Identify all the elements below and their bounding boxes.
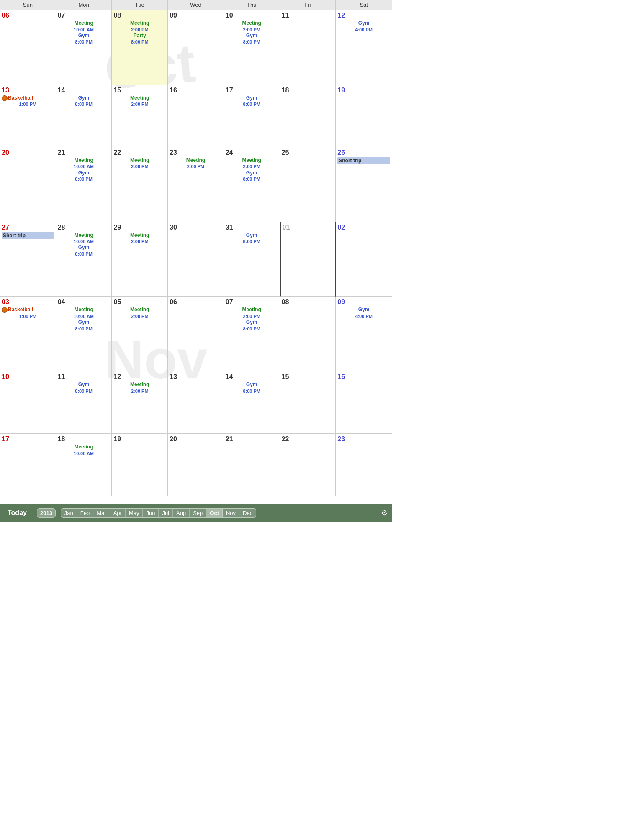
calendar-cell-oct11[interactable]: 11 [280, 10, 336, 85]
calendar-cell-nov12[interactable]: 12 Meeting 2:00 PM [112, 371, 168, 434]
calendar-cell-oct8[interactable]: 08 Meeting 2:00 PM Party 8:00 PM [112, 10, 168, 85]
event-gym[interactable]: Gym [337, 20, 390, 27]
event-gym[interactable]: Gym [226, 319, 278, 326]
event-meeting[interactable]: Meeting [58, 444, 110, 451]
event-gym[interactable]: Gym [58, 319, 110, 326]
gear-button[interactable]: ⚙ [381, 508, 388, 517]
calendar-cell-oct15[interactable]: 15 Meeting 2:00 PM [112, 85, 168, 147]
month-mar[interactable]: Mar [93, 509, 110, 517]
event-meeting[interactable]: Meeting [226, 157, 278, 164]
event-basketball[interactable]: Basketball [2, 307, 54, 313]
event-meeting[interactable]: Meeting [170, 157, 222, 164]
calendar-cell-oct16[interactable]: 16 [168, 85, 224, 147]
calendar-cell-oct25[interactable]: 25 [280, 147, 336, 222]
calendar-cell-nov16[interactable]: 16 [336, 371, 392, 434]
calendar-cell-oct21[interactable]: 21 Meeting 10:00 AM Gym 8:00 PM [56, 147, 112, 222]
event-basketball[interactable]: Basketball [2, 95, 54, 102]
calendar-cell-oct22[interactable]: 22 Meeting 2:00 PM [112, 147, 168, 222]
event-gym[interactable]: Gym [226, 33, 278, 39]
calendar-cell-oct31[interactable]: 31 Gym 8:00 PM [224, 222, 280, 297]
today-button[interactable]: Today [4, 507, 30, 518]
month-jan[interactable]: Jan [61, 509, 77, 517]
event-gym[interactable]: Gym [58, 170, 110, 177]
event-meeting[interactable]: Meeting [113, 232, 166, 239]
month-nov[interactable]: Nov [223, 509, 239, 517]
month-aug[interactable]: Aug [173, 509, 190, 517]
calendar-cell-nov9[interactable]: 09 Gym 4:00 PM [336, 297, 392, 371]
event-meeting[interactable]: Meeting [113, 20, 166, 27]
calendar-cell-oct26[interactable]: 26 Short trip [336, 147, 392, 222]
calendar-cell-nov20[interactable]: 20 [168, 434, 224, 496]
calendar-cell-oct13[interactable]: 13 Basketball 1:00 PM [0, 85, 56, 147]
calendar-cell-oct17[interactable]: 17 Gym 8:00 PM [224, 85, 280, 147]
calendar-cell-oct19[interactable]: 19 [336, 85, 392, 147]
event-gym[interactable]: Gym [226, 170, 278, 177]
calendar-cell-oct20[interactable]: 20 [0, 147, 56, 222]
event-meeting[interactable]: Meeting [113, 307, 166, 313]
calendar-cell-nov15[interactable]: 15 [280, 371, 336, 434]
month-may[interactable]: May [126, 509, 143, 517]
calendar-cell-oct10[interactable]: 10 Meeting 2:00 PM Gym 8:00 PM [224, 10, 280, 85]
calendar-cell-nov23[interactable]: 23 [336, 434, 392, 496]
month-sep[interactable]: Sep [190, 509, 206, 517]
month-jun[interactable]: Jun [143, 509, 159, 517]
event-meeting[interactable]: Meeting [226, 20, 278, 27]
event-gym[interactable]: Gym [226, 232, 278, 239]
calendar-cell-oct7[interactable]: 07 Meeting 10:00 AM Gym 8:00 PM [56, 10, 112, 85]
month-jul[interactable]: Jul [159, 509, 173, 517]
event-gym[interactable]: Gym [58, 382, 110, 388]
calendar-cell-nov6[interactable]: 06 [168, 297, 224, 371]
calendar-cell-nov13[interactable]: 13 [168, 371, 224, 434]
calendar-cell-nov21[interactable]: 21 [224, 434, 280, 496]
month-oct[interactable]: Oct [206, 509, 223, 517]
calendar-cell-oct12[interactable]: 12 Gym 4:00 PM [336, 10, 392, 85]
calendar-cell-nov11[interactable]: 11 Gym 8:00 PM [56, 371, 112, 434]
calendar-cell-nov17[interactable]: 17 [0, 434, 56, 496]
calendar-cell-oct30[interactable]: 30 [168, 222, 224, 297]
event-meeting[interactable]: Meeting [113, 95, 166, 102]
calendar-cell-oct6[interactable]: 06 [0, 10, 56, 85]
calendar-cell-oct18[interactable]: 18 [280, 85, 336, 147]
event-gym[interactable]: Gym [226, 382, 278, 388]
event-short-trip[interactable]: Short trip [337, 157, 390, 164]
event-short-trip[interactable]: Short trip [2, 232, 54, 239]
calendar-cell-nov10[interactable]: 10 [0, 371, 56, 434]
event-gym[interactable]: Gym [58, 95, 110, 102]
event-gym[interactable]: Gym [58, 33, 110, 39]
month-apr[interactable]: Apr [110, 509, 126, 517]
calendar-cell-nov1[interactable]: 01 [280, 222, 336, 297]
event-gym[interactable]: Gym [226, 95, 278, 102]
event-meeting[interactable]: Meeting [58, 307, 110, 313]
month-dec[interactable]: Dec [239, 509, 256, 517]
calendar-cell-nov14[interactable]: 14 Gym 8:00 PM [224, 371, 280, 434]
event-gym[interactable]: Gym [58, 244, 110, 251]
event-meeting[interactable]: Meeting [58, 157, 110, 164]
calendar-cell-nov4[interactable]: 04 Meeting 10:00 AM Gym 8:00 PM [56, 297, 112, 371]
calendar-cell-oct9[interactable]: 09 [168, 10, 224, 85]
event-meeting[interactable]: Meeting [226, 307, 278, 313]
calendar-cell-nov5[interactable]: 05 Meeting 2:00 PM [112, 297, 168, 371]
event-gym[interactable]: Gym [337, 307, 390, 313]
calendar-cell-oct27[interactable]: 27 Short trip [0, 222, 56, 297]
event-meeting[interactable]: Meeting [113, 157, 166, 164]
calendar-cell-oct28[interactable]: 28 Meeting 10:00 AM Gym 8:00 PM [56, 222, 112, 297]
date-number: 22 [113, 149, 166, 156]
event-meeting[interactable]: Meeting [113, 382, 166, 388]
calendar-cell-nov8[interactable]: 08 [280, 297, 336, 371]
calendar-cell-oct23[interactable]: 23 Meeting 2:00 PM [168, 147, 224, 222]
event-meeting[interactable]: Meeting [58, 20, 110, 27]
calendar-cell-nov7[interactable]: 07 Meeting 2:00 PM Gym 8:00 PM [224, 297, 280, 371]
calendar-cell-nov22[interactable]: 22 [280, 434, 336, 496]
calendar-cell-nov19[interactable]: 19 [112, 434, 168, 496]
event-party[interactable]: Party [113, 33, 166, 39]
calendar-cell-nov18[interactable]: 18 Meeting 10:00 AM [56, 434, 112, 496]
month-feb[interactable]: Feb [77, 509, 93, 517]
year-2013[interactable]: 2013 [37, 509, 55, 517]
calendar-cell-oct24[interactable]: 24 Meeting 2:00 PM Gym 8:00 PM [224, 147, 280, 222]
calendar-cell-oct14[interactable]: 14 Gym 8:00 PM [56, 85, 112, 147]
calendar-cell-oct29[interactable]: 29 Meeting 2:00 PM [112, 222, 168, 297]
calendar-cell-nov3[interactable]: 03 Basketball 1:00 PM [0, 297, 56, 371]
calendar-cell-nov2[interactable]: 02 [336, 222, 392, 297]
date-number: 14 [226, 373, 278, 381]
event-meeting[interactable]: Meeting [58, 232, 110, 239]
